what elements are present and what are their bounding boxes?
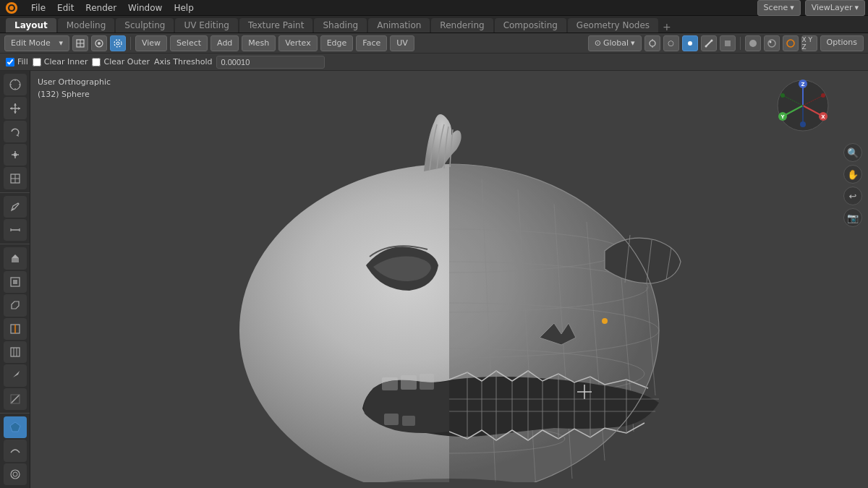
- overlay-btn[interactable]: [91, 35, 107, 51]
- transform-pivot[interactable]: ⊙Global▾: [588, 35, 642, 51]
- add-menu[interactable]: Add: [210, 35, 239, 51]
- tab-sculpting[interactable]: Sculpting: [116, 18, 174, 33]
- viewport-label: User Orthographic (132) Sphere: [38, 77, 111, 100]
- snap-toggle[interactable]: [644, 35, 660, 51]
- svg-point-2: [9, 6, 14, 10]
- svg-rect-36: [14, 153, 17, 156]
- svg-rect-47: [13, 280, 17, 284]
- bisect-tool[interactable]: [4, 388, 27, 410]
- viewport[interactable]: User Orthographic (132) Sphere: [30, 71, 868, 488]
- svg-point-117: [780, 93, 785, 98]
- svg-point-9: [116, 42, 119, 45]
- tab-texture-paint[interactable]: Texture Paint: [239, 18, 312, 33]
- left-toolbar: [0, 71, 30, 488]
- svg-point-16: [710, 39, 712, 41]
- rotate-tool[interactable]: [4, 121, 27, 142]
- tab-layout[interactable]: Layout: [6, 18, 56, 33]
- view-menu[interactable]: View: [135, 35, 167, 51]
- fill-checkbox-label[interactable]: Fill: [6, 57, 28, 67]
- svg-point-110: [778, 112, 787, 121]
- clear-outer-checkbox[interactable]: [92, 58, 101, 67]
- viewport-shading-rendered[interactable]: [783, 35, 799, 51]
- tab-geometry-nodes[interactable]: Geometry Nodes: [568, 18, 658, 33]
- tab-rendering[interactable]: Rendering: [431, 18, 493, 33]
- scene-selector[interactable]: Scene ▾: [757, 0, 801, 16]
- object-info-label: (132) Sphere: [38, 89, 111, 101]
- camera-view-btn[interactable]: 📷: [843, 208, 862, 227]
- svg-point-20: [769, 40, 771, 43]
- svg-point-18: [749, 40, 757, 47]
- svg-point-7: [98, 42, 101, 45]
- svg-point-102: [778, 80, 828, 131]
- mode-select[interactable]: Edit Mode ▾: [4, 35, 69, 51]
- annotate-tool[interactable]: [4, 196, 27, 218]
- tab-animation[interactable]: Animation: [368, 18, 430, 33]
- knife-tool[interactable]: [4, 364, 27, 386]
- inset-faces-tool[interactable]: [4, 271, 27, 293]
- vertex-menu[interactable]: Vertex: [278, 35, 317, 51]
- offset-edge-loop-tool[interactable]: [4, 341, 27, 363]
- menu-edit[interactable]: Edit: [52, 1, 79, 14]
- pan-btn[interactable]: ✋: [843, 165, 862, 184]
- loop-cut-tool[interactable]: [4, 318, 27, 340]
- uv-menu[interactable]: UV: [390, 35, 414, 51]
- separator-2: [740, 37, 741, 50]
- bevel-tool[interactable]: [4, 294, 27, 316]
- face-menu[interactable]: Face: [356, 35, 387, 51]
- svg-line-14: [706, 40, 712, 46]
- tab-compositing[interactable]: Compositing: [495, 18, 566, 33]
- view-layer-selector[interactable]: ViewLayer ▾: [805, 0, 865, 16]
- vertex-select[interactable]: [682, 35, 698, 51]
- svg-rect-79: [382, 377, 398, 390]
- mesh-menu[interactable]: Mesh: [242, 35, 276, 51]
- edge-menu[interactable]: Edge: [320, 35, 354, 51]
- menu-help[interactable]: Help: [169, 1, 198, 14]
- transform-tool[interactable]: [4, 167, 27, 189]
- tab-modeling[interactable]: Modeling: [58, 18, 115, 33]
- scale-tool[interactable]: [4, 144, 27, 166]
- svg-rect-17: [725, 40, 731, 46]
- randomize-tool[interactable]: [4, 463, 27, 485]
- menu-bar: File Edit Render Window Help Scene ▾ Vie…: [0, 0, 868, 16]
- svg-rect-44: [12, 258, 19, 262]
- options-button[interactable]: Options: [820, 35, 864, 51]
- smooth-vertices-tool[interactable]: [4, 440, 27, 461]
- face-select[interactable]: [720, 35, 736, 51]
- clear-inner-checkbox[interactable]: [33, 58, 41, 67]
- menu-render[interactable]: Render: [80, 1, 122, 14]
- header-toolbar: Edit Mode ▾ View Select Add Mesh Vertex …: [0, 33, 868, 53]
- mesh-display-btn[interactable]: [72, 35, 88, 51]
- add-workspace-btn[interactable]: +: [663, 21, 671, 33]
- axis-threshold-input[interactable]: [216, 56, 325, 69]
- navigation-gizmo[interactable]: Z X Y: [774, 77, 832, 134]
- edge-select[interactable]: [701, 35, 717, 51]
- svg-line-109: [783, 106, 803, 116]
- svg-line-114: [803, 95, 823, 106]
- svg-marker-33: [16, 134, 19, 137]
- move-tool[interactable]: [4, 97, 27, 119]
- select-menu[interactable]: Select: [170, 35, 208, 51]
- tab-uv-editing[interactable]: UV Editing: [175, 18, 238, 33]
- workspace-tabs: Layout Modeling Sculpting UV Editing Tex…: [0, 16, 868, 33]
- separator-1: [130, 37, 131, 50]
- clear-outer-checkbox-label[interactable]: Clear Outer: [92, 57, 150, 67]
- svg-point-107: [819, 112, 827, 121]
- viewport-shading-material[interactable]: [764, 35, 780, 51]
- menu-file[interactable]: File: [26, 1, 51, 14]
- proportional-edit[interactable]: ○: [663, 35, 679, 51]
- cursor-tool[interactable]: [4, 74, 27, 95]
- rotate-viewport-btn[interactable]: ↩: [843, 187, 862, 205]
- zoom-in-btn[interactable]: 🔍: [843, 143, 862, 162]
- poly-build-tool[interactable]: [4, 416, 27, 438]
- fill-checkbox[interactable]: [6, 58, 14, 67]
- menu-window[interactable]: Window: [123, 1, 167, 14]
- secondary-toolbar: Fill Clear Inner Clear Outer Axis Thresh…: [0, 53, 868, 71]
- clear-inner-checkbox-label[interactable]: Clear Inner: [33, 57, 88, 67]
- xray-toggle[interactable]: [110, 35, 126, 51]
- measure-tool[interactable]: [4, 219, 27, 241]
- tab-shading[interactable]: Shading: [314, 18, 367, 33]
- extrude-region-tool[interactable]: [4, 247, 27, 269]
- svg-point-104: [799, 80, 807, 88]
- gizmo-toggle[interactable]: X Y Z: [801, 35, 817, 51]
- viewport-shading-solid[interactable]: [745, 35, 761, 51]
